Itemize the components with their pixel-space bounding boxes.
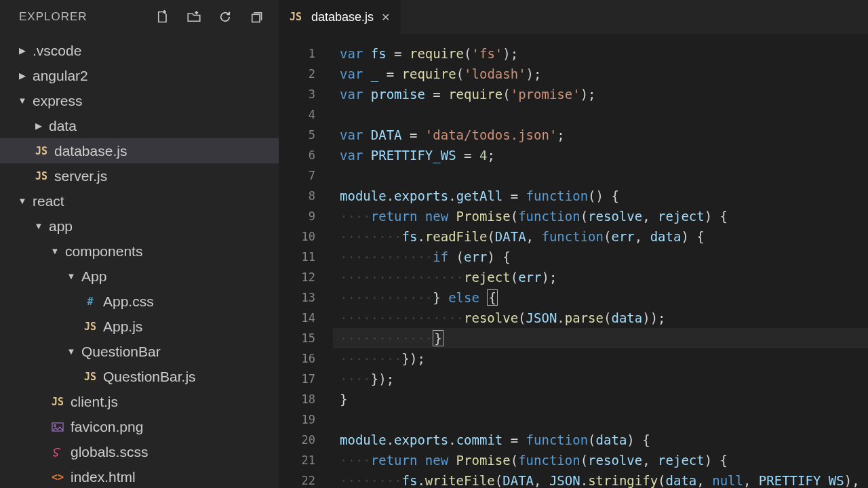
code-line: ················reject(err); bbox=[340, 267, 868, 287]
code-line: ········}); bbox=[340, 348, 868, 369]
code-line: ············} bbox=[333, 328, 868, 348]
chevron-icon: ▶ bbox=[18, 70, 27, 81]
tree-folder[interactable]: ▶angular2 bbox=[0, 63, 279, 88]
code-line bbox=[340, 104, 868, 125]
tree-label: App bbox=[81, 268, 106, 285]
js-icon: JS bbox=[83, 371, 98, 383]
scss-icon bbox=[50, 447, 65, 458]
tree-folder[interactable]: ▶data bbox=[0, 113, 279, 138]
new-folder-icon[interactable] bbox=[186, 9, 201, 24]
explorer-sidebar: EXPLORER ▶.vscode▶angular2▼express▶dataJ… bbox=[0, 0, 279, 488]
explorer-header: EXPLORER bbox=[0, 0, 279, 34]
line-gutter: 12345678910111213141516171819202122 bbox=[279, 34, 333, 488]
chevron-icon: ▼ bbox=[66, 271, 76, 281]
chevron-icon: ▼ bbox=[50, 246, 60, 256]
code-line: var fs = require('fs'); bbox=[340, 43, 868, 64]
chevron-icon: ▶ bbox=[18, 45, 27, 56]
tree-label: database.js bbox=[54, 143, 127, 159]
tree-folder[interactable]: ▼components bbox=[0, 239, 279, 264]
js-icon: JS bbox=[83, 321, 98, 333]
tree-folder[interactable]: ▼App bbox=[0, 264, 279, 289]
code-content[interactable]: var fs = require('fs');var _ = require('… bbox=[333, 34, 868, 488]
tree-label: globals.scss bbox=[71, 444, 148, 460]
code-line: module.exports.getAll = function() { bbox=[340, 186, 868, 206]
tree-label: client.js bbox=[71, 394, 118, 410]
tree-file[interactable]: JSApp.js bbox=[0, 314, 279, 339]
tree-label: react bbox=[33, 193, 64, 209]
code-area[interactable]: 12345678910111213141516171819202122 var … bbox=[279, 34, 868, 488]
tree-file[interactable]: JSclient.js bbox=[0, 389, 279, 414]
svg-rect-0 bbox=[252, 14, 260, 22]
tree-label: .vscode bbox=[33, 43, 81, 59]
js-icon: JS bbox=[34, 170, 49, 182]
explorer-title: EXPLORER bbox=[19, 10, 87, 24]
tab-label: database.js bbox=[311, 10, 374, 24]
new-file-icon[interactable] bbox=[155, 9, 170, 24]
code-line: var promise = require('promise'); bbox=[340, 84, 868, 104]
tree-folder[interactable]: ▼app bbox=[0, 214, 279, 239]
tree-folder[interactable]: ▼express bbox=[0, 88, 279, 113]
tree-label: components bbox=[65, 243, 142, 260]
code-line: ····return new Promise(function(resolve,… bbox=[340, 206, 868, 226]
tree-label: index.html bbox=[71, 469, 136, 485]
tree-label: QuestionBar.js bbox=[103, 369, 196, 385]
code-line: var PRETTIFY_WS = 4; bbox=[340, 145, 868, 165]
svg-point-2 bbox=[54, 424, 56, 426]
code-line bbox=[340, 165, 868, 186]
tree-label: data bbox=[49, 118, 77, 134]
chevron-icon: ▶ bbox=[34, 121, 43, 131]
explorer-actions bbox=[155, 9, 264, 24]
tree-file[interactable]: #App.css bbox=[0, 289, 279, 314]
tree-file[interactable]: JSserver.js bbox=[0, 163, 279, 188]
js-icon: JS bbox=[34, 145, 49, 157]
tree-label: QuestionBar bbox=[81, 344, 161, 360]
collapse-all-icon[interactable] bbox=[249, 9, 264, 24]
code-line: ················resolve(JSON.parse(data)… bbox=[340, 308, 868, 328]
tree-file[interactable]: <>index.html bbox=[0, 464, 279, 488]
code-line: ············} else { bbox=[340, 287, 868, 308]
file-tree[interactable]: ▶.vscode▶angular2▼express▶dataJSdatabase… bbox=[0, 34, 279, 488]
tree-label: server.js bbox=[54, 168, 107, 184]
editor-pane: JS database.js × 12345678910111213141516… bbox=[279, 0, 868, 488]
tree-label: express bbox=[33, 93, 83, 109]
tree-file[interactable]: globals.scss bbox=[0, 439, 279, 464]
js-icon: JS bbox=[288, 11, 303, 23]
code-line: ····}); bbox=[340, 369, 868, 389]
code-line: var _ = require('lodash'); bbox=[340, 64, 868, 84]
code-line: ············if (err) { bbox=[340, 247, 868, 267]
tree-folder[interactable]: ▶.vscode bbox=[0, 38, 279, 63]
code-line: ····return new Promise(function(resolve,… bbox=[340, 450, 868, 470]
tree-folder[interactable]: ▼react bbox=[0, 188, 279, 214]
tree-folder[interactable]: ▼QuestionBar bbox=[0, 339, 279, 364]
chevron-icon: ▼ bbox=[18, 196, 27, 206]
code-line bbox=[340, 409, 868, 430]
refresh-icon[interactable] bbox=[218, 9, 233, 24]
css-hash-icon: # bbox=[83, 296, 98, 308]
tab-database-js[interactable]: JS database.js × bbox=[279, 0, 401, 34]
code-line: var DATA = 'data/todos.json'; bbox=[340, 125, 868, 145]
code-line: } bbox=[340, 389, 868, 409]
code-line: module.exports.commit = function(data) { bbox=[340, 430, 868, 450]
tree-file[interactable]: favicon.png bbox=[0, 414, 279, 439]
code-line: ········fs.readFile(DATA, function(err, … bbox=[340, 226, 868, 247]
tree-label: favicon.png bbox=[71, 419, 143, 435]
html-icon: <> bbox=[50, 471, 65, 483]
chevron-icon: ▼ bbox=[34, 221, 43, 231]
js-icon: JS bbox=[50, 396, 65, 408]
tree-label: angular2 bbox=[33, 68, 88, 84]
code-line: ········fs.writeFile(DATA, JSON.stringif… bbox=[340, 470, 868, 488]
close-icon[interactable]: × bbox=[380, 9, 391, 25]
img-icon bbox=[50, 422, 65, 432]
tree-file[interactable]: JSQuestionBar.js bbox=[0, 364, 279, 389]
chevron-icon: ▼ bbox=[18, 96, 27, 106]
tree-label: App.js bbox=[103, 319, 142, 335]
tree-label: App.css bbox=[103, 293, 154, 310]
tree-label: app bbox=[49, 218, 73, 235]
chevron-icon: ▼ bbox=[66, 346, 76, 357]
tree-file[interactable]: JSdatabase.js bbox=[0, 138, 279, 163]
editor-tabbar: JS database.js × bbox=[279, 0, 868, 34]
